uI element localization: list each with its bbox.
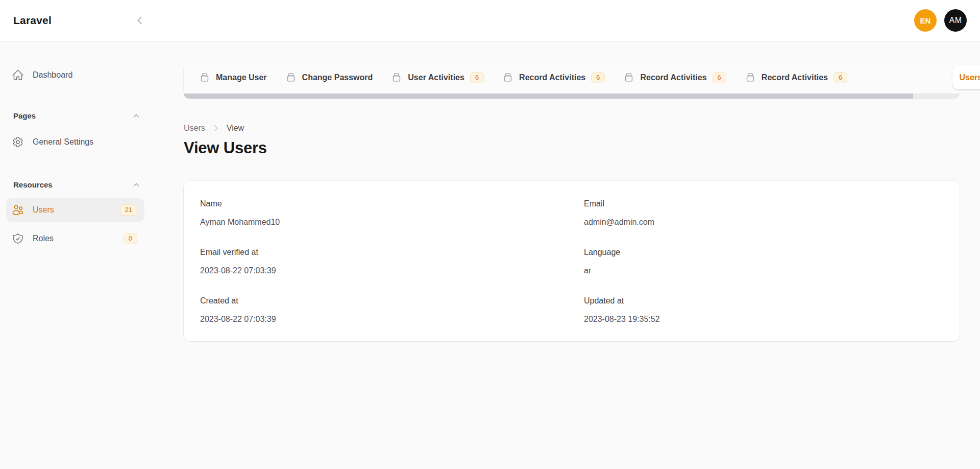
home-icon <box>12 69 24 81</box>
archive-box-icon <box>502 72 513 83</box>
users-icon <box>12 204 24 216</box>
language-switcher-button[interactable]: EN <box>914 9 937 32</box>
tab-user-activities[interactable]: User Activities 6 <box>382 61 493 93</box>
field-label: Created at <box>200 296 559 306</box>
field-language: Language ar <box>584 248 943 275</box>
sidebar-collapse-button[interactable] <box>132 12 148 29</box>
shield-check-icon <box>12 232 24 245</box>
archive-box-icon <box>391 72 402 83</box>
page-title: View Users <box>184 139 960 157</box>
tab-record-activities-1[interactable]: Record Activities 6 <box>493 61 614 93</box>
field-value: admin@admin.com <box>584 218 943 227</box>
tab-label: Record Activities <box>762 73 828 82</box>
tabs-horizontal-scrollbar[interactable] <box>184 93 960 99</box>
sidebar-group-resources[interactable]: Resources <box>6 180 144 189</box>
fields-grid: Name Ayman Mohammed10 Email admin@admin.… <box>200 199 943 324</box>
field-value: Ayman Mohammed10 <box>200 218 559 227</box>
field-label: Email verified at <box>200 248 559 257</box>
field-value: 2023-08-22 07:03:39 <box>200 315 559 324</box>
tab-record-activities-3[interactable]: Record Activities 6 <box>736 61 856 93</box>
main-content: Manage User Change Password User Activit… <box>151 41 980 469</box>
tab-label: Change Password <box>302 73 373 82</box>
chevron-up-icon <box>132 181 140 189</box>
user-avatar[interactable]: AM <box>944 9 967 32</box>
tab-count-badge: 6 <box>834 72 847 83</box>
tab-manage-user[interactable]: Manage User <box>190 61 276 93</box>
field-label: Name <box>200 199 559 208</box>
tabs-row: Manage User Change Password User Activit… <box>184 61 960 93</box>
field-updated-at: Updated at 2023-08-23 19:35:52 <box>584 296 943 324</box>
field-value: ar <box>584 266 943 275</box>
chevron-left-icon <box>134 15 145 26</box>
archive-box-icon <box>623 72 634 83</box>
field-value: 2023-08-23 19:35:52 <box>584 315 943 324</box>
chevron-right-icon <box>211 124 220 133</box>
tab-count-badge: 6 <box>470 72 484 83</box>
field-created-at: Created at 2023-08-22 07:03:39 <box>200 296 559 324</box>
archive-box-icon <box>199 72 210 83</box>
sidebar-item-general-settings[interactable]: General Settings <box>6 130 144 154</box>
roles-count-badge: 0 <box>124 233 137 244</box>
record-details-card: Name Ayman Mohammed10 Email admin@admin.… <box>184 181 960 341</box>
relation-tabs: Manage User Change Password User Activit… <box>184 61 960 99</box>
tab-label: User Activities <box>408 73 464 82</box>
tab-label: Users <box>960 73 980 82</box>
tab-users-active[interactable]: Users <box>952 65 980 89</box>
sidebar-item-label: Dashboard <box>33 71 72 80</box>
sidebar-group-label: Resources <box>13 180 53 189</box>
breadcrumb: Users View <box>184 124 960 133</box>
tab-label: Manage User <box>216 73 267 82</box>
archive-box-icon <box>285 72 297 83</box>
field-name: Name Ayman Mohammed10 <box>200 199 559 227</box>
field-label: Email <box>584 199 943 208</box>
sidebar-item-label: Users <box>33 205 54 215</box>
sidebar-group-pages[interactable]: Pages <box>6 111 144 120</box>
chevron-up-icon <box>132 112 140 120</box>
field-value: 2023-08-22 07:03:39 <box>200 266 559 275</box>
field-email: Email admin@admin.com <box>584 199 943 227</box>
tab-count-badge: 6 <box>713 72 726 83</box>
sidebar-item-label: Roles <box>33 234 54 243</box>
field-label: Language <box>584 248 943 257</box>
tab-record-activities-2[interactable]: Record Activities 6 <box>614 61 735 93</box>
tab-label: Record Activities <box>640 73 706 82</box>
users-count-badge: 21 <box>120 204 137 216</box>
tabs-scrollbar-thumb[interactable] <box>184 93 913 99</box>
topbar: Laravel EN AM <box>0 0 980 41</box>
field-email-verified-at: Email verified at 2023-08-22 07:03:39 <box>200 248 559 275</box>
sidebar-item-users[interactable]: Users 21 <box>6 198 144 222</box>
field-label: Updated at <box>584 296 943 306</box>
gear-icon <box>12 136 24 148</box>
brand-logo[interactable]: Laravel <box>13 14 52 27</box>
topbar-actions: EN AM <box>914 9 967 32</box>
breadcrumb-users-link[interactable]: Users <box>184 124 205 133</box>
breadcrumb-current: View <box>227 124 244 133</box>
tab-change-password[interactable]: Change Password <box>276 61 382 93</box>
sidebar-item-dashboard[interactable]: Dashboard <box>6 63 144 87</box>
sidebar: Dashboard Pages General Settings Resourc… <box>0 41 151 469</box>
tab-count-badge: 6 <box>591 72 605 83</box>
archive-box-icon <box>745 72 756 83</box>
sidebar-item-label: General Settings <box>33 137 93 147</box>
sidebar-item-roles[interactable]: Roles 0 <box>6 227 144 250</box>
tab-label: Record Activities <box>519 73 585 82</box>
sidebar-group-label: Pages <box>13 111 36 120</box>
